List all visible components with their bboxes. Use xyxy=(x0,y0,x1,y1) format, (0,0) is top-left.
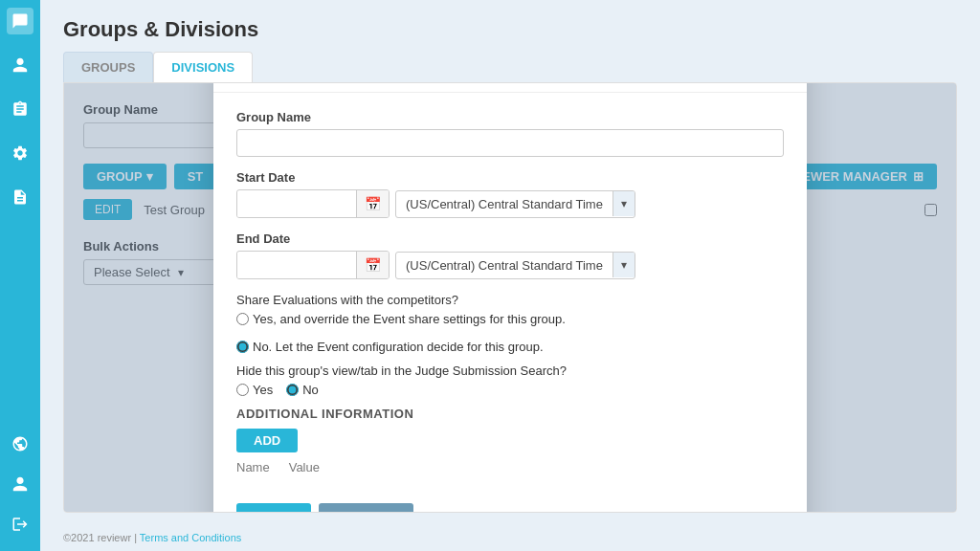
sidebar-icon-user[interactable] xyxy=(7,471,33,497)
sidebar-icon-logout[interactable] xyxy=(7,511,33,538)
add-info-button[interactable]: ADD xyxy=(236,429,298,452)
end-date-input-wrap: 📅 xyxy=(236,251,390,279)
share-evaluations-section: Share Evaluations with the competitors? … xyxy=(236,293,784,354)
modal-start-date-field: Start Date 📅 (US/Central) Central Standa… xyxy=(236,170,784,218)
save-button[interactable]: SAVE xyxy=(236,503,311,513)
page-header: Groups & Divisions xyxy=(40,0,980,52)
page-title: Groups & Divisions xyxy=(63,17,957,42)
start-tz-select[interactable]: (US/Central) Central Standard Time ▾ xyxy=(395,190,635,218)
modal-overlay: ADD/EDIT GROUP ✕ Group Name Start Date xyxy=(64,83,956,512)
sidebar-icon-chat[interactable] xyxy=(7,8,33,34)
sidebar-icon-gear[interactable] xyxy=(7,140,33,166)
share-evaluations-question: Share Evaluations with the competitors? xyxy=(236,293,784,307)
hide-tab-no-option[interactable]: No xyxy=(286,383,319,397)
tab-divisions[interactable]: DIVISIONS xyxy=(153,52,253,82)
end-date-input[interactable] xyxy=(237,253,356,278)
end-date-row: 📅 (US/Central) Central Standard Time ▾ xyxy=(236,251,784,279)
modal-end-date-field: End Date 📅 (US/Central) Central Standard… xyxy=(236,231,784,279)
start-date-calendar-icon[interactable]: 📅 xyxy=(356,190,389,217)
modal-group-name-input[interactable] xyxy=(236,129,784,157)
value-column-header: Value xyxy=(289,460,320,474)
terms-link[interactable]: Terms and Conditions xyxy=(140,532,241,543)
share-eval-no-option[interactable]: No. Let the Event configuration decide f… xyxy=(236,340,544,354)
end-date-calendar-icon[interactable]: 📅 xyxy=(356,252,389,278)
sidebar-icon-document[interactable] xyxy=(7,184,33,210)
hide-tab-yes-radio[interactable] xyxy=(236,384,249,396)
modal-end-date-label: End Date xyxy=(236,231,784,246)
start-date-input[interactable] xyxy=(237,191,356,217)
page-footer: ©2021 reviewr | Terms and Conditions xyxy=(40,524,980,551)
end-tz-dropdown-icon[interactable]: ▾ xyxy=(612,253,635,277)
start-date-row: 📅 (US/Central) Central Standard Time ▾ xyxy=(236,189,784,218)
modal-body: Group Name Start Date 📅 (US/Centr xyxy=(213,93,807,503)
additional-info-title: ADDITIONAL INFORMATION xyxy=(236,407,784,421)
modal-group-name-field: Group Name xyxy=(236,110,784,157)
sidebar-icon-globe[interactable] xyxy=(7,430,33,457)
modal-start-date-label: Start Date xyxy=(236,170,784,185)
cancel-button[interactable]: CANCEL xyxy=(319,503,412,513)
main-content: Groups & Divisions GROUPS DIVISIONS Grou… xyxy=(40,0,980,551)
sidebar-bottom xyxy=(7,430,33,551)
modal-header: ADD/EDIT GROUP ✕ xyxy=(213,82,807,93)
share-evaluations-options: Yes, and override the Event share settin… xyxy=(236,312,784,354)
name-value-header: Name Value xyxy=(236,460,784,474)
hide-tab-question: Hide this group's view/tab in the Judge … xyxy=(236,364,784,378)
modal-footer: SAVE CANCEL xyxy=(213,503,807,513)
hide-tab-yes-label: Yes xyxy=(253,383,273,397)
share-eval-yes-radio[interactable] xyxy=(236,313,249,325)
hide-tab-no-label: No xyxy=(302,383,319,397)
share-eval-yes-label: Yes, and override the Event share settin… xyxy=(253,312,566,326)
hide-tab-options: Yes No xyxy=(236,383,784,397)
name-column-header: Name xyxy=(236,460,270,474)
tab-groups[interactable]: GROUPS xyxy=(63,52,153,82)
hide-tab-section: Hide this group's view/tab in the Judge … xyxy=(236,364,784,397)
tabs-bar: GROUPS DIVISIONS xyxy=(40,52,980,82)
sidebar-icon-person[interactable] xyxy=(7,52,33,78)
add-edit-group-modal: ADD/EDIT GROUP ✕ Group Name Start Date xyxy=(213,82,807,513)
end-tz-select[interactable]: (US/Central) Central Standard Time ▾ xyxy=(395,252,635,279)
sidebar-icon-clipboard[interactable] xyxy=(7,96,33,122)
share-eval-no-radio[interactable] xyxy=(236,341,249,353)
hide-tab-no-radio[interactable] xyxy=(286,384,299,396)
start-date-input-wrap: 📅 xyxy=(236,189,390,218)
modal-group-name-label: Group Name xyxy=(236,110,784,124)
share-eval-yes-option[interactable]: Yes, and override the Event share settin… xyxy=(236,312,566,326)
hide-tab-yes-option[interactable]: Yes xyxy=(236,383,273,397)
sidebar xyxy=(0,0,40,551)
content-area: Group Name GROUP ▾ ST REVIEWER MANAGER ⊞… xyxy=(63,82,957,513)
start-tz-dropdown-icon[interactable]: ▾ xyxy=(612,191,635,216)
share-eval-no-label: No. Let the Event configuration decide f… xyxy=(253,340,544,354)
